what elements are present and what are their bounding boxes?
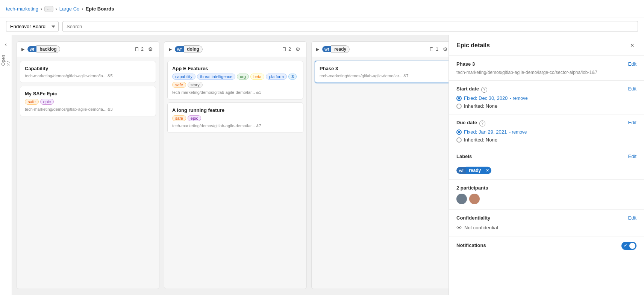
col-name-backlog: backlog (36, 45, 60, 53)
label-badge-backlog: wf backlog (27, 45, 60, 53)
due-date-inherited-option[interactable]: Inherited: None (456, 137, 636, 143)
col-count-doing: 🗒 2 (282, 46, 291, 52)
start-date-inherited-label: Inherited: None (464, 103, 497, 109)
search-input[interactable] (62, 21, 638, 32)
tag-platform: platform (266, 74, 287, 80)
card-tags-row2: safe story (172, 82, 299, 88)
column-body-doing: App E Features capability threat intelli… (164, 57, 306, 289)
card-title: A long running feature (172, 107, 299, 113)
card-phase-3[interactable]: Phase 3 tech-marketing/demos/gitlab-agil… (315, 61, 449, 83)
epic-ref: tech-marketing/demos/gitlab-agile-demo/l… (456, 70, 636, 75)
sidebar-toggle: ‹ Open 27 (0, 35, 12, 295)
column-body-ready: Phase 3 tech-marketing/demos/gitlab-agil… (312, 57, 449, 289)
breadcrumb-more[interactable]: ··· (44, 6, 53, 12)
start-date-help-icon[interactable]: ? (481, 87, 487, 93)
breadcrumb: tech-marketing › ··· › Large Co › Epic B… (0, 0, 644, 18)
due-date-help-icon[interactable]: ? (479, 120, 485, 126)
due-date-fixed-radio[interactable] (456, 129, 462, 135)
card-capability[interactable]: Capability tech-marketing/demos/gitlab-a… (20, 61, 156, 83)
col-count-ready: 🗒 1 (429, 46, 438, 52)
label-wf: wf (456, 167, 466, 174)
epic-details-panel: Epic details × Phase 3 Edit tech-marketi… (449, 35, 644, 295)
label-badge-ready: wf ready (322, 45, 350, 53)
breadcrumb-org[interactable]: tech-marketing (6, 6, 38, 12)
col-wf-ready: wf (322, 46, 331, 52)
card-my-safe-epic[interactable]: My SAFe Epic safe epic tech-marketing/de… (20, 86, 156, 116)
card-title: Capability (25, 66, 151, 71)
edit-start-date-link[interactable]: Edit (628, 86, 636, 92)
card-path: tech-marketing/demos/gitlab-agile-demo/l… (172, 123, 299, 128)
labels-row: Labels Edit (456, 154, 636, 161)
epic-name-label: Phase 3 (456, 61, 475, 67)
tag-count-3: 3 (288, 74, 297, 80)
avatar-1[interactable] (456, 194, 467, 204)
due-date-inherited-radio[interactable] (456, 137, 462, 143)
start-date-fixed-radio[interactable] (456, 96, 462, 101)
tag-beta: beta (250, 74, 264, 80)
edit-due-date-link[interactable]: Edit (628, 120, 636, 125)
count-icon-doing: 🗒 (282, 46, 287, 52)
edit-labels-link[interactable]: Edit (628, 154, 636, 159)
labels-section: Labels Edit wf ready × (449, 148, 644, 180)
due-date-inherited-label: Inherited: None (464, 137, 497, 143)
confidentiality-label: Confidentiality (456, 215, 490, 221)
column-body-backlog: Capability tech-marketing/demos/gitlab-a… (17, 57, 159, 289)
participants-label: 2 participants (456, 185, 636, 191)
card-long-running-feature[interactable]: A long running feature safe epic tech-ma… (167, 102, 303, 133)
confidentiality-value: Not confidential (464, 225, 498, 230)
column-doing: ▶ wf doing 🗒 2 ⚙ App E Features capabili… (164, 41, 307, 289)
card-tags: safe epic (25, 99, 151, 105)
start-date-inherited-radio[interactable] (456, 104, 462, 109)
label-badge-doing: wf doing (175, 45, 203, 53)
avatar-2[interactable] (469, 194, 480, 204)
card-path: tech-marketing/demos/gitlab-agile-demo/l… (320, 74, 446, 78)
card-path: tech-marketing/demos/gitlab-agile-demo/l… (172, 90, 299, 95)
board-area: ▶ wf backlog 🗒 2 ⚙ Capability tech-marke… (12, 35, 449, 295)
label-remove[interactable]: × (483, 167, 491, 174)
tag-capability: capability (172, 74, 195, 80)
epic-name-row: Phase 3 Edit (456, 61, 636, 68)
participants-section: 2 participants (449, 180, 644, 210)
start-date-remove-link[interactable]: - remove (510, 96, 527, 101)
tag-epic: epic (188, 115, 201, 121)
breadcrumb-parent[interactable]: Large Co (59, 6, 79, 12)
expand-doing[interactable]: ▶ (169, 47, 172, 52)
close-button[interactable]: × (628, 41, 636, 50)
tag-safe: safe (25, 99, 39, 105)
card-app-e-features[interactable]: App E Features capability threat intelli… (167, 61, 303, 99)
start-date-section: Start date ? Edit Fixed: Dec 30, 2020 - … (449, 81, 644, 114)
settings-ready[interactable]: ⚙ (441, 45, 449, 53)
tag-safe: safe (172, 82, 186, 88)
details-header: Epic details × (449, 35, 644, 56)
card-title: App E Features (172, 66, 299, 71)
edit-epic-name-link[interactable]: Edit (628, 61, 636, 67)
start-date-inherited-option[interactable]: Inherited: None (456, 103, 636, 109)
due-date-remove-link[interactable]: - remove (509, 129, 527, 135)
start-date-row: Start date ? Edit (456, 86, 636, 93)
label-name: ready (466, 167, 483, 174)
column-header-ready: ▶ wf ready 🗒 1 ⚙ (312, 42, 449, 57)
toolbar: Endeavor Board (0, 18, 644, 35)
sidebar-chevron[interactable]: ‹ (3, 40, 8, 49)
due-date-fixed-label: Fixed: Jan 29, 2021 (464, 129, 507, 135)
ready-label-badge: wf ready × (456, 167, 491, 174)
column-ready: ▶ wf ready 🗒 1 ⚙ Phase 3 tech-marketing/… (311, 41, 449, 289)
notifications-toggle[interactable]: ✓ (621, 242, 636, 250)
breadcrumb-sep3: › (82, 6, 83, 12)
due-date-fixed-option[interactable]: Fixed: Jan 29, 2021 - remove (456, 129, 636, 135)
sidebar-label: Open 27 (1, 55, 11, 66)
settings-doing[interactable]: ⚙ (294, 45, 302, 53)
board-select[interactable]: Endeavor Board (6, 21, 59, 32)
card-tags: capability threat intelligence org beta … (172, 74, 299, 80)
start-date-fixed-label: Fixed: Dec 30, 2020 (464, 95, 508, 101)
expand-ready[interactable]: ▶ (316, 47, 319, 52)
start-date-fixed-option[interactable]: Fixed: Dec 30, 2020 - remove (456, 95, 636, 101)
breadcrumb-sep2: › (56, 6, 57, 12)
edit-confidentiality-link[interactable]: Edit (628, 215, 636, 221)
participants-row (456, 194, 636, 204)
settings-backlog[interactable]: ⚙ (147, 45, 155, 53)
col-wf-doing: wf (175, 46, 184, 52)
card-path: tech-marketing/demos/gitlab-agile-demo/l… (25, 107, 151, 111)
breadcrumb-current: Epic Boards (86, 6, 114, 12)
expand-backlog[interactable]: ▶ (21, 47, 24, 52)
